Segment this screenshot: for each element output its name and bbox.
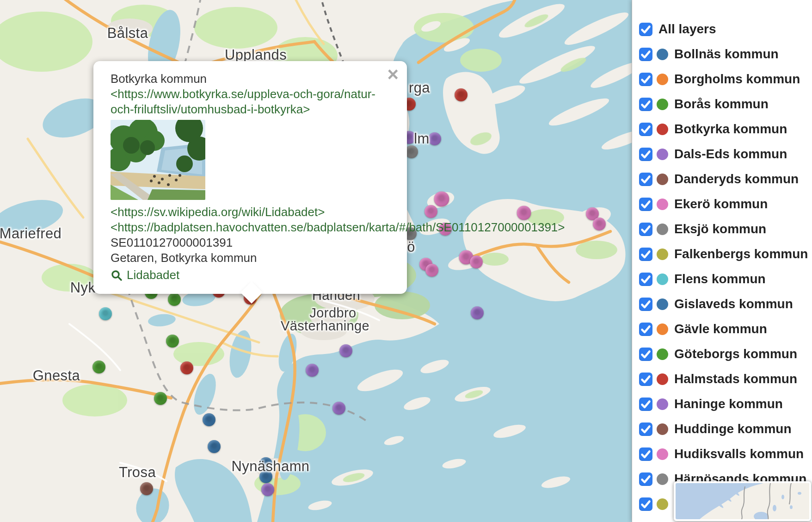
layer-checkbox[interactable] <box>639 373 652 386</box>
layer-row-eker-kommun[interactable]: Ekerö kommun <box>639 192 812 217</box>
popup-search-link[interactable]: Lidabadet <box>127 267 179 283</box>
map-marker-red[interactable] <box>180 361 193 374</box>
overview-minimap[interactable] <box>674 481 811 521</box>
layer-color-dot <box>657 373 668 385</box>
map-application: BålstaUpplandsrgalmöMariefredNykvarnGnes… <box>0 0 812 522</box>
layer-color-dot <box>657 298 668 310</box>
layer-color-dot <box>657 323 668 335</box>
map-marker-purple[interactable] <box>306 364 319 377</box>
layer-color-dot <box>657 498 668 510</box>
layer-checkbox[interactable] <box>639 497 652 511</box>
layer-checkbox[interactable] <box>639 248 652 261</box>
map-marker-purple[interactable] <box>471 306 484 319</box>
layer-checkbox[interactable] <box>639 398 652 411</box>
layer-row-dals-eds-kommun[interactable]: Dals-Eds kommun <box>639 142 812 167</box>
map-marker-green[interactable] <box>154 392 167 405</box>
map-marker-teal[interactable] <box>99 307 112 320</box>
map-marker-blue[interactable] <box>208 440 221 453</box>
layer-row-bolln-s-kommun[interactable]: Bollnäs kommun <box>639 42 812 67</box>
layer-label: Danderyds kommun <box>674 172 799 186</box>
map-marker-pink[interactable] <box>425 264 438 277</box>
popup-municipality-link[interactable]: <https://www.botkyrka.se/uppleva-och-gor… <box>111 87 393 117</box>
layer-checkbox[interactable] <box>639 148 652 161</box>
layer-checkbox[interactable] <box>639 423 652 436</box>
layer-row-eksj-kommun[interactable]: Eksjö kommun <box>639 217 812 242</box>
map-marker-brown[interactable] <box>140 482 153 495</box>
layer-checkbox[interactable] <box>639 73 652 86</box>
layer-label: Gävle kommun <box>674 322 767 336</box>
layer-checkbox[interactable] <box>639 298 652 311</box>
layer-label: Borås kommun <box>674 97 769 112</box>
layer-checkbox[interactable] <box>639 198 652 211</box>
layer-row-hudiksvalls-kommun[interactable]: Hudiksvalls kommun <box>639 441 812 466</box>
layer-checkbox[interactable] <box>639 472 652 486</box>
popup-badplatsen-link[interactable]: <https://badplatsen.havochvatten.se/badp… <box>111 220 393 235</box>
popup-wikipedia-link[interactable]: <https://sv.wikipedia.org/wiki/Lidabadet… <box>111 205 393 220</box>
layer-row-borgholms-kommun[interactable]: Borgholms kommun <box>639 67 812 92</box>
layer-label: Dals-Eds kommun <box>674 147 787 162</box>
layer-color-dot <box>657 199 668 210</box>
map-marker-green[interactable] <box>166 335 179 348</box>
layer-color-dot <box>657 273 668 285</box>
map-marker-purple[interactable] <box>428 132 441 145</box>
map-marker-pink[interactable] <box>593 218 606 230</box>
layer-checkbox[interactable] <box>639 123 652 136</box>
layer-row-halmstads-kommun[interactable]: Halmstads kommun <box>639 367 812 392</box>
layer-color-dot <box>657 348 668 360</box>
map-marker-green[interactable] <box>168 293 181 306</box>
layer-color-dot <box>657 448 668 460</box>
layer-label: Göteborgs kommun <box>674 347 797 361</box>
search-icon <box>111 269 123 281</box>
map-marker-blue[interactable] <box>203 413 215 426</box>
map-marker-pink[interactable] <box>424 205 437 218</box>
layer-color-dot <box>657 99 668 110</box>
layer-label: Ekerö kommun <box>674 197 768 211</box>
layer-checkbox[interactable] <box>639 48 652 61</box>
layer-label: Botkyrka kommun <box>674 122 787 137</box>
layer-row-bor-s-kommun[interactable]: Borås kommun <box>639 92 812 117</box>
layer-checkbox[interactable] <box>639 98 652 111</box>
layer-label: Falkenbergs kommun <box>674 247 808 261</box>
map-marker-green[interactable] <box>92 360 105 373</box>
map-marker-red[interactable] <box>455 88 468 101</box>
layer-row-huddinge-kommun[interactable]: Huddinge kommun <box>639 416 812 441</box>
layer-label: Haninge kommun <box>674 397 783 411</box>
layer-checkbox[interactable] <box>639 273 652 286</box>
layer-row-botkyrka-kommun[interactable]: Botkyrka kommun <box>639 117 812 142</box>
map-marker-purple[interactable] <box>332 402 345 415</box>
layer-row-flens-kommun[interactable]: Flens kommun <box>639 267 812 292</box>
map-marker-blue[interactable] <box>259 470 272 483</box>
map-marker-pink[interactable] <box>434 192 449 207</box>
layer-checkbox[interactable] <box>639 223 652 236</box>
map-marker-gray[interactable] <box>405 145 418 158</box>
layer-row-all-layers[interactable]: All layers <box>639 17 812 42</box>
layer-label: Huddinge kommun <box>674 422 792 436</box>
popup-location: Getaren, Botkyrka kommun <box>111 250 393 266</box>
all-layers-checkbox[interactable] <box>639 23 652 36</box>
layer-label: Borgholms kommun <box>674 72 800 87</box>
map-marker-pink[interactable] <box>470 255 483 268</box>
map-marker-purple[interactable] <box>339 344 352 357</box>
feature-popup: × Botkyrka kommun <https://www.botkyrka.… <box>93 61 407 294</box>
popup-bath-id: SE0110127000001391 <box>111 235 393 250</box>
layer-color-dot <box>657 149 668 160</box>
map-marker-purple[interactable] <box>261 483 274 496</box>
close-icon[interactable]: × <box>387 65 399 84</box>
layer-row-haninge-kommun[interactable]: Haninge kommun <box>639 392 812 416</box>
layer-row-falkenbergs-kommun[interactable]: Falkenbergs kommun <box>639 242 812 267</box>
map-marker-blue[interactable] <box>259 457 272 470</box>
layer-checkbox[interactable] <box>639 173 652 186</box>
layer-row-gislaveds-kommun[interactable]: Gislaveds kommun <box>639 292 812 317</box>
layer-checkbox[interactable] <box>639 348 652 361</box>
layer-color-dot <box>657 74 668 85</box>
map-marker-pink[interactable] <box>517 206 531 220</box>
layer-row-g-vle-kommun[interactable]: Gävle kommun <box>639 317 812 342</box>
layer-row-danderyds-kommun[interactable]: Danderyds kommun <box>639 167 812 192</box>
layer-row-g-teborgs-kommun[interactable]: Göteborgs kommun <box>639 342 812 367</box>
layer-checkbox[interactable] <box>639 447 652 461</box>
all-layers-label: All layers <box>658 22 716 37</box>
popup-search-row: Lidabadet <box>111 267 393 283</box>
layer-checkbox[interactable] <box>639 323 652 336</box>
layer-color-dot <box>657 249 668 260</box>
layer-color-dot <box>657 423 668 435</box>
